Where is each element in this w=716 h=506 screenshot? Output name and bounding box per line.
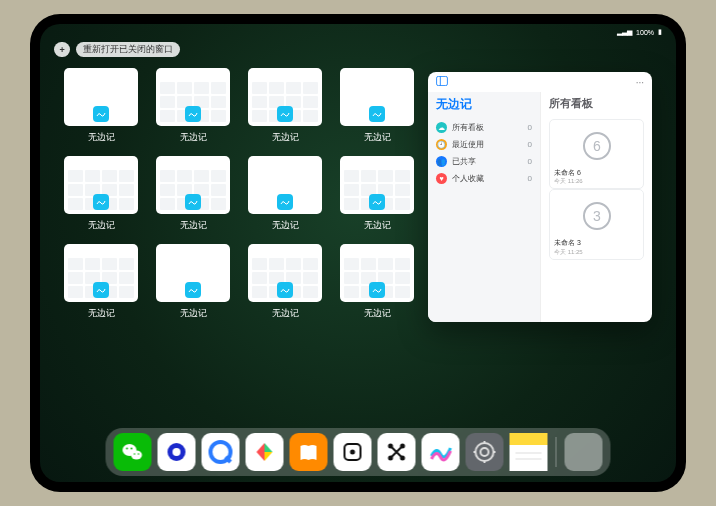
thumb-label: 无边记 <box>364 307 391 320</box>
sidebar-item-label: 最近使用 <box>452 139 484 150</box>
dock-freeform-icon[interactable] <box>422 433 460 471</box>
thumb-label: 无边记 <box>88 307 115 320</box>
dock-notes-icon[interactable] <box>510 433 548 471</box>
board-name: 未命名 3 <box>554 239 639 247</box>
dock-dice-icon[interactable] <box>334 433 372 471</box>
sidebar-item[interactable]: ♥ 个人收藏 0 <box>436 170 532 187</box>
svg-point-8 <box>126 448 128 450</box>
signal-icon: ▂▃▅ <box>617 28 632 36</box>
thumb-label: 无边记 <box>272 307 299 320</box>
board-subtitle: 今天 11:25 <box>554 248 639 257</box>
thumb-label: 无边记 <box>180 131 207 144</box>
thumb-preview <box>64 68 138 126</box>
status-right: ▂▃▅ 100% ▮ <box>617 28 662 36</box>
svg-point-10 <box>134 453 136 455</box>
sidebar-item[interactable]: 🕘 最近使用 0 <box>436 136 532 153</box>
dock-settings-icon[interactable] <box>466 433 504 471</box>
thumb-label: 无边记 <box>180 219 207 232</box>
freeform-icon <box>185 106 201 122</box>
sidebar-item-count: 0 <box>528 157 532 166</box>
svg-text:6: 6 <box>593 138 601 154</box>
sidebar-item-count: 0 <box>528 174 532 183</box>
board-subtitle: 今天 11:26 <box>554 177 639 186</box>
screen: ▂▃▅ 100% ▮ + 重新打开已关闭的窗口 无边记无边记无边记无边记无边记无… <box>40 24 676 482</box>
sidebar-item-label: 已共享 <box>452 156 476 167</box>
more-icon[interactable]: ··· <box>636 77 644 88</box>
window-thumb[interactable]: 无边记 <box>64 68 138 148</box>
svg-point-16 <box>350 450 355 455</box>
thumb-label: 无边记 <box>364 219 391 232</box>
thumb-label: 无边记 <box>272 131 299 144</box>
svg-point-11 <box>138 453 140 455</box>
window-thumb[interactable]: 无边记 <box>156 156 230 236</box>
freeform-icon <box>369 282 385 298</box>
window-thumb[interactable]: 无边记 <box>248 156 322 236</box>
clock-icon: 🕘 <box>436 139 447 150</box>
freeform-icon <box>93 106 109 122</box>
expanded-window[interactable]: ··· 无边记 ☁ 所有看板 0🕘 最近使用 0👥 已共享 0♥ 个人收藏 0 … <box>428 72 652 322</box>
window-thumb[interactable]: 无边记 <box>248 68 322 148</box>
board-card[interactable]: 3 未命名 3 今天 11:25 <box>549 189 644 259</box>
window-thumb[interactable]: 无边记 <box>340 68 414 148</box>
dock-wechat-icon[interactable] <box>114 433 152 471</box>
content-area: 无边记无边记无边记无边记无边记无边记无边记无边记无边记无边记无边记无边记 ···… <box>40 64 676 428</box>
sidebar-item-count: 0 <box>528 140 532 149</box>
thumb-label: 无边记 <box>88 131 115 144</box>
window-thumb[interactable]: 无边记 <box>156 68 230 148</box>
freeform-icon <box>93 194 109 210</box>
freeform-icon <box>93 282 109 298</box>
ipad-frame: ▂▃▅ 100% ▮ + 重新打开已关闭的窗口 无边记无边记无边记无边记无边记无… <box>0 0 716 506</box>
freeform-icon <box>277 106 293 122</box>
dock-ring-app-icon[interactable] <box>158 433 196 471</box>
reopen-closed-window-button[interactable]: 重新打开已关闭的窗口 <box>76 42 180 57</box>
status-bar: ▂▃▅ 100% ▮ <box>40 24 676 40</box>
thumb-label: 无边记 <box>364 131 391 144</box>
dock-browser-q-icon[interactable] <box>202 433 240 471</box>
window-thumb[interactable]: 无边记 <box>64 156 138 236</box>
thumb-preview <box>248 156 322 214</box>
thumb-preview <box>156 156 230 214</box>
sidebar-item[interactable]: ☁ 所有看板 0 <box>436 119 532 136</box>
top-bar: + 重新打开已关闭的窗口 <box>40 40 676 63</box>
window-thumb[interactable]: 无边记 <box>340 244 414 324</box>
thumb-preview <box>340 68 414 126</box>
freeform-icon <box>277 282 293 298</box>
dock-play-icon[interactable] <box>246 433 284 471</box>
freeform-icon <box>369 194 385 210</box>
new-window-button[interactable]: + <box>54 42 70 57</box>
dock-separator <box>556 437 557 467</box>
thumb-preview <box>64 244 138 302</box>
svg-rect-28 <box>510 445 548 471</box>
battery-label: 100% <box>636 29 654 36</box>
window-thumb[interactable]: 无边记 <box>248 244 322 324</box>
thumb-preview <box>340 156 414 214</box>
dock-books-icon[interactable] <box>290 433 328 471</box>
window-thumb[interactable]: 无边记 <box>340 156 414 236</box>
svg-point-9 <box>131 448 133 450</box>
heart-icon: ♥ <box>436 173 447 184</box>
dock-share-icon[interactable] <box>378 433 416 471</box>
sidebar-item[interactable]: 👥 已共享 0 <box>436 153 532 170</box>
thumb-preview <box>248 68 322 126</box>
thumb-preview <box>248 244 322 302</box>
dock-appdrawer-icon[interactable] <box>565 433 603 471</box>
thumb-preview <box>156 68 230 126</box>
board-card[interactable]: 6 未命名 6 今天 11:26 <box>549 119 644 189</box>
expanded-main: 所有看板 6 未命名 6 今天 11:26 3 未命名 3 今天 11:25 <box>540 92 652 322</box>
svg-point-22 <box>481 448 489 456</box>
freeform-icon <box>185 282 201 298</box>
sidebar-item-label: 所有看板 <box>452 122 484 133</box>
board-preview: 3 <box>554 193 639 239</box>
svg-point-7 <box>131 451 142 460</box>
board-name: 未命名 6 <box>554 169 639 177</box>
window-thumb[interactable]: 无边记 <box>156 244 230 324</box>
window-thumb[interactable]: 无边记 <box>64 244 138 324</box>
cloud-icon: ☁ <box>436 122 447 133</box>
bezel: ▂▃▅ 100% ▮ + 重新打开已关闭的窗口 无边记无边记无边记无边记无边记无… <box>30 14 686 492</box>
thumb-preview <box>156 244 230 302</box>
thumb-label: 无边记 <box>272 219 299 232</box>
sidebar-toggle-icon[interactable] <box>436 76 448 88</box>
thumb-label: 无边记 <box>180 307 207 320</box>
svg-text:3: 3 <box>593 208 601 224</box>
thumb-preview <box>64 156 138 214</box>
